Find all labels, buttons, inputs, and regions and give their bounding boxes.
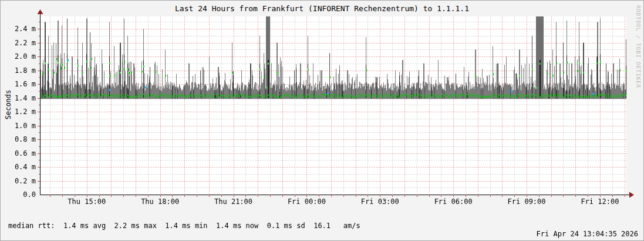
x-tick-label: Fri 00:00 <box>283 198 330 205</box>
y-tick-label: 2.0 m <box>2 53 36 60</box>
y-tick-label: 0.8 m <box>2 136 36 143</box>
x-tick-label: Thu 15:00 <box>63 198 110 205</box>
y-tick-label: 1.2 m <box>2 108 36 115</box>
x-tick-label: Thu 21:00 <box>210 198 257 205</box>
y-tick-label: 0.6 m <box>2 150 36 157</box>
y-tick-label: 1.6 m <box>2 81 36 88</box>
x-tick-label: Fri 03:00 <box>356 198 403 205</box>
x-tick-label: Fri 06:00 <box>430 198 477 205</box>
smokeping-graph: Last 24 Hours from Frankfurt (INFORENT R… <box>0 0 644 241</box>
generated-timestamp: Fri Apr 24 13:04:35 2026 <box>537 230 638 238</box>
y-tick-label: 2.2 m <box>2 39 36 46</box>
y-tick-label: 1.0 m <box>2 122 36 129</box>
y-tick-label: 0.0 <box>2 191 36 198</box>
x-tick-label: Fri 12:00 <box>576 198 623 205</box>
x-tick-label: Thu 18:00 <box>137 198 184 205</box>
median-rtt-line: median rtt: 1.4 ms avg 2.2 ms max 1.4 ms… <box>8 222 360 230</box>
y-tick-label: 1.8 m <box>2 67 36 74</box>
y-tick-label: 2.4 m <box>2 25 36 32</box>
x-tick-label: Fri 09:00 <box>503 198 550 205</box>
y-tick-label: 1.4 m <box>2 95 36 102</box>
stats-block: median rtt: 1.4 ms avg 2.2 ms max 1.4 ms… <box>8 206 360 241</box>
y-tick-label: 0.4 m <box>2 163 36 170</box>
y-tick-label: 0.2 m <box>2 178 36 185</box>
